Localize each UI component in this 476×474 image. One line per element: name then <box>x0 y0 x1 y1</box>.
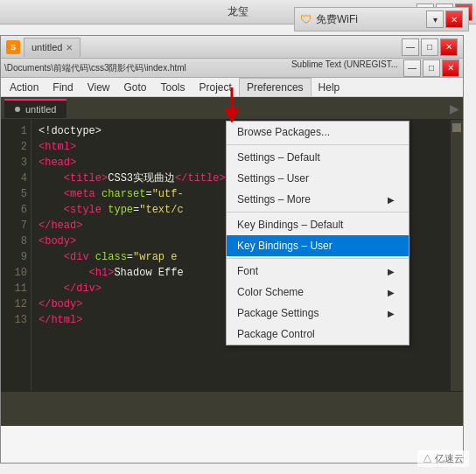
path-maximize-button[interactable]: □ <box>423 59 440 77</box>
line-num-5: 5 <box>4 186 27 202</box>
editor-tab[interactable]: untitled <box>4 99 66 118</box>
line-num-4: 4 <box>4 171 27 186</box>
maximize-button[interactable]: □ <box>421 38 438 56</box>
tab-close-button[interactable]: ✕ <box>66 43 73 52</box>
keybindings-default-label: Key Bindings – Default <box>237 219 343 231</box>
settings-more-label: Settings – More <box>237 193 311 206</box>
dropdown-settings-user[interactable]: Settings – User <box>227 168 409 189</box>
dropdown-separator-1 <box>227 144 409 145</box>
dropdown-keybindings-default[interactable]: Key Bindings – Default <box>227 214 409 235</box>
line-num-3: 3 <box>4 155 27 171</box>
path-suffix: Sublime Text (UNREGIST... <box>291 59 398 77</box>
menu-view[interactable]: View <box>80 78 117 96</box>
path-minimize-button[interactable]: — <box>403 59 421 77</box>
browse-packages-label: Browse Packages... <box>237 126 330 138</box>
dropdown-browse-packages[interactable]: Browse Packages... <box>227 122 409 143</box>
dropdown-package-settings[interactable]: Package Settings ▶ <box>227 303 409 324</box>
settings-user-label: Settings – User <box>237 172 309 185</box>
main-tab[interactable]: untitled ✕ <box>24 38 80 57</box>
watermark-text: △ 亿速云 <box>423 453 464 464</box>
dropdown-separator-3 <box>227 258 409 259</box>
tab-dot <box>15 107 20 112</box>
preferences-dropdown: Browse Packages... Settings – Default Se… <box>226 121 410 345</box>
title-controls: — □ ✕ <box>402 38 458 56</box>
scroll-thumb[interactable] <box>452 123 461 132</box>
dropdown-keybindings-user[interactable]: Key Bindings – User <box>227 235 409 256</box>
scrollbar[interactable] <box>451 120 463 391</box>
tab-bar: untitled ✕ <box>24 36 398 59</box>
submenu-arrow-font: ▶ <box>388 267 395 276</box>
path-controls: Sublime Text (UNREGIST... — □ ✕ <box>291 59 459 77</box>
shield-icon: 🛡 <box>300 12 312 26</box>
line-num-8: 8 <box>4 234 27 249</box>
line-num-7: 7 <box>4 218 27 234</box>
dropdown-package-control[interactable]: Package Control <box>227 324 409 345</box>
line-num-6: 6 <box>4 202 27 218</box>
dropdown-settings-more[interactable]: Settings – More ▶ <box>227 189 409 210</box>
line-num-2: 2 <box>4 139 27 155</box>
watermark: △ 亿速云 <box>417 450 469 467</box>
keybindings-user-label: Key Bindings – User <box>237 240 332 252</box>
scroll-right-icon[interactable]: ▶ <box>450 101 459 115</box>
package-settings-label: Package Settings <box>237 307 318 319</box>
minimize-button[interactable]: — <box>402 38 419 56</box>
editor-tab-label: untitled <box>25 104 56 115</box>
wifi-window: 🛡 免费WiFi ▾ ✕ <box>294 7 469 31</box>
line-num-13: 13 <box>4 312 27 328</box>
settings-default-label: Settings – Default <box>237 151 320 164</box>
path-close-button[interactable]: ✕ <box>442 59 459 77</box>
submenu-arrow-pkg: ▶ <box>388 309 395 318</box>
line-numbers: 1 2 3 4 5 6 7 8 9 10 11 12 13 <box>1 120 32 391</box>
wifi-close-button[interactable]: ✕ <box>445 10 463 28</box>
wifi-label: 免费WiFi <box>316 12 358 27</box>
menu-find[interactable]: Find <box>46 78 80 96</box>
dropdown-separator-2 <box>227 212 409 213</box>
color-scheme-label: Color Scheme <box>237 286 304 298</box>
file-path: \Documents\前端代码\css3阴影代码\index.html <box>4 62 186 74</box>
submenu-arrow-settings: ▶ <box>388 195 395 205</box>
bottom-area <box>1 391 463 426</box>
menu-action[interactable]: Action <box>3 78 46 96</box>
menu-tools[interactable]: Tools <box>154 78 192 96</box>
tab-label: untitled <box>32 42 62 52</box>
dropdown-color-scheme[interactable]: Color Scheme ▶ <box>227 282 409 303</box>
menu-goto[interactable]: Goto <box>117 78 154 96</box>
bg-title-text: 龙玺 <box>228 4 248 19</box>
line-num-11: 11 <box>4 281 27 296</box>
path-bar: \Documents\前端代码\css3阴影代码\index.html Subl… <box>1 59 463 78</box>
line-num-10: 10 <box>4 265 27 281</box>
line-num-9: 9 <box>4 249 27 265</box>
close-button[interactable]: ✕ <box>440 38 458 56</box>
line-num-12: 12 <box>4 296 27 312</box>
dropdown-settings-default[interactable]: Settings – Default <box>227 147 409 168</box>
wifi-controls: ▾ ✕ <box>426 10 463 28</box>
red-arrow <box>219 87 245 122</box>
main-title-bar: S untitled ✕ — □ ✕ <box>1 36 463 59</box>
menu-preferences[interactable]: Preferences <box>239 78 312 96</box>
dropdown-font[interactable]: Font ▶ <box>227 261 409 282</box>
menu-help[interactable]: Help <box>312 78 347 96</box>
line-num-1: 1 <box>4 123 27 139</box>
submenu-arrow-color: ▶ <box>388 288 395 297</box>
font-label: Font <box>237 265 258 277</box>
package-control-label: Package Control <box>237 328 315 340</box>
wifi-dropdown-button[interactable]: ▾ <box>426 10 444 28</box>
app-icon: S <box>6 40 20 54</box>
